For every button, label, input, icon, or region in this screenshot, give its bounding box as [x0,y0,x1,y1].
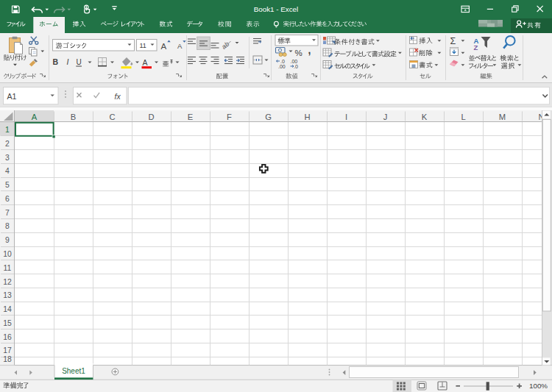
svg-text:fx: fx [115,92,121,101]
svg-text:A: A [161,42,167,51]
svg-text:G: G [265,113,272,121]
svg-text:.0: .0 [294,64,298,69]
svg-text:A: A [32,113,38,121]
svg-text:A: A [143,58,148,67]
svg-text:.00: .00 [278,64,286,69]
svg-text:E: E [188,113,193,121]
svg-text:D: D [148,113,154,121]
svg-text:K: K [422,113,428,121]
svg-text:5: 5 [5,181,10,189]
svg-text:10: 10 [3,250,12,258]
svg-text:U: U [77,58,82,66]
svg-text:11: 11 [140,42,146,49]
svg-text:%: % [295,49,302,57]
svg-text:4: 4 [5,167,10,175]
svg-text:11: 11 [4,264,12,272]
svg-text:H: H [304,113,310,121]
svg-text:J: J [383,113,388,121]
svg-text:F: F [227,113,232,121]
svg-text:6: 6 [5,195,10,203]
svg-text:7: 7 [5,209,10,217]
svg-text:Book1 - Excel: Book1 - Excel [254,5,298,13]
svg-text:I: I [67,57,69,66]
svg-text:2: 2 [5,140,10,148]
svg-text:.0: .0 [280,59,285,64]
svg-text:A1: A1 [7,92,17,101]
svg-text:L: L [461,113,465,121]
svg-text:,: , [308,44,311,56]
svg-text:C: C [109,113,115,121]
svg-text:14: 14 [3,305,12,313]
svg-text:8: 8 [5,222,10,230]
svg-text:16: 16 [3,333,12,341]
svg-text:M: M [499,113,506,121]
svg-text:.00: .00 [291,59,298,64]
svg-text:15: 15 [3,319,12,327]
svg-text:B: B [71,113,76,121]
svg-text:Sheet1: Sheet1 [62,367,85,375]
svg-text:A: A [177,42,183,50]
svg-text:1: 1 [5,126,10,134]
svg-text:100%: 100% [529,382,548,390]
svg-text:Σ: Σ [450,36,456,46]
svg-text:3: 3 [5,154,10,162]
svg-text:13: 13 [3,291,12,299]
svg-text:I: I [345,113,347,121]
svg-text:17: 17 [3,346,12,354]
svg-text:Z: Z [474,43,478,51]
svg-text:9: 9 [5,236,10,244]
svg-text:B: B [53,57,59,66]
svg-text:12: 12 [3,278,12,286]
svg-text:18: 18 [3,355,12,363]
